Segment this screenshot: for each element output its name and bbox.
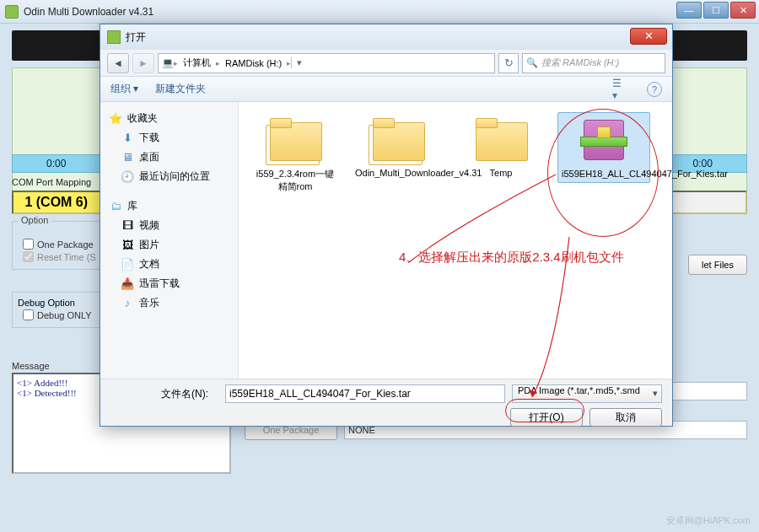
sidebar-downloads[interactable]: ⬇下载 bbox=[104, 128, 234, 148]
app-title: Odin Multi Downloader v4.31 bbox=[24, 6, 754, 18]
xunlei-icon: 📥 bbox=[121, 277, 134, 291]
folder-icon bbox=[368, 116, 428, 164]
organize-menu[interactable]: 组织 ▾ bbox=[110, 82, 138, 96]
archive-icon bbox=[573, 116, 634, 165]
minimize-button[interactable]: — bbox=[676, 2, 702, 19]
file-item-tar[interactable]: i559EH18_ALL_CL494047_For_Kies.tar bbox=[557, 112, 650, 183]
file-list[interactable]: i559_2.3.4rom一键精简rom Odin_Multi_Download… bbox=[239, 102, 672, 379]
dialog-bottom: 文件名(N): PDA Image (*.tar,*.md5,*.smd 打开(… bbox=[100, 379, 672, 426]
download-icon: ⬇ bbox=[121, 132, 134, 145]
sidebar-library[interactable]: 🗂库 bbox=[104, 196, 234, 216]
watermark: 安卓网@HiAPK.com bbox=[666, 514, 751, 527]
help-button[interactable]: ? bbox=[647, 82, 662, 97]
library-icon: 🗂 bbox=[109, 200, 122, 213]
folder-icon bbox=[265, 116, 326, 164]
com-port-1: 1 (COM 6) bbox=[12, 191, 101, 214]
document-icon: 📄 bbox=[121, 258, 134, 271]
file-open-dialog: 打开 ✕ ◄ ► 💻 ▸ 计算机 ▸ RAMDisk (H:) ▸ ▾ ↻ 🔍 … bbox=[100, 24, 673, 427]
annotation-text: 4、选择解压出来的原版2.3.4刷机包文件 bbox=[399, 250, 624, 266]
filename-input[interactable] bbox=[225, 384, 505, 403]
breadcrumb[interactable]: 💻 ▸ 计算机 ▸ RAMDisk (H:) ▸ ▾ bbox=[158, 53, 495, 73]
forward-button[interactable]: ► bbox=[132, 53, 154, 73]
sidebar-documents[interactable]: 📄文档 bbox=[104, 255, 234, 274]
sidebar-music[interactable]: ♪音乐 bbox=[104, 293, 234, 313]
sidebar-xunlei[interactable]: 📥迅雷下载 bbox=[104, 274, 234, 293]
new-folder-button[interactable]: 新建文件夹 bbox=[155, 82, 206, 96]
dialog-title: 打开 bbox=[126, 30, 146, 45]
sidebar-favorites[interactable]: ⭐收藏夹 bbox=[104, 109, 234, 128]
desktop-icon: 🖥 bbox=[121, 151, 134, 164]
dialog-close-button[interactable]: ✕ bbox=[630, 28, 667, 45]
close-button[interactable]: ✕ bbox=[730, 2, 756, 19]
folder-icon bbox=[471, 116, 531, 164]
picture-icon: 🖼 bbox=[121, 239, 134, 252]
dialog-icon bbox=[107, 30, 121, 44]
filename-label: 文件名(N): bbox=[110, 387, 218, 401]
main-titlebar: Odin Multi Downloader v4.31 — ☐ ✕ bbox=[0, 0, 759, 24]
sidebar-videos[interactable]: 🎞视频 bbox=[104, 216, 234, 235]
file-item-folder2[interactable]: Odin_Multi_Downloader_v4.31 bbox=[352, 112, 444, 181]
sidebar: ⭐收藏夹 ⬇下载 🖥桌面 🕘最近访问的位置 🗂库 🎞视频 🖼图片 📄文档 📥迅雷… bbox=[100, 102, 239, 379]
sidebar-pictures[interactable]: 🖼图片 bbox=[104, 235, 234, 255]
search-icon: 🔍 bbox=[526, 57, 538, 68]
dialog-toolbar: 组织 ▾ 新建文件夹 ☰ ▾ ? bbox=[100, 77, 672, 102]
com-port-label: COM Port Mapping bbox=[12, 177, 91, 187]
address-bar: ◄ ► 💻 ▸ 计算机 ▸ RAMDisk (H:) ▸ ▾ ↻ 🔍 搜索 RA… bbox=[100, 50, 672, 77]
star-icon: ⭐ bbox=[109, 112, 122, 126]
file-item-folder1[interactable]: i559_2.3.4rom一键精简rom bbox=[249, 112, 342, 196]
video-icon: 🎞 bbox=[121, 219, 134, 233]
sidebar-desktop[interactable]: 🖥桌面 bbox=[104, 148, 234, 167]
view-mode-button[interactable]: ☰ ▾ bbox=[611, 80, 630, 99]
music-icon: ♪ bbox=[121, 297, 134, 310]
app-icon bbox=[5, 5, 19, 19]
search-input[interactable]: 🔍 搜索 RAMDisk (H:) bbox=[522, 53, 665, 73]
cancel-button[interactable]: 取消 bbox=[589, 408, 662, 427]
dialog-titlebar: 打开 ✕ bbox=[100, 24, 672, 50]
back-button[interactable]: ◄ bbox=[107, 53, 129, 73]
select-files-button[interactable]: let Files bbox=[688, 255, 747, 275]
file-item-folder3[interactable]: Temp bbox=[455, 112, 547, 181]
refresh-button[interactable]: ↻ bbox=[498, 53, 519, 73]
computer-icon: 💻 bbox=[162, 57, 174, 68]
recent-icon: 🕘 bbox=[121, 170, 134, 184]
filetype-dropdown[interactable]: PDA Image (*.tar,*.md5,*.smd bbox=[512, 384, 662, 403]
open-button[interactable]: 打开(O) bbox=[510, 408, 583, 427]
maximize-button[interactable]: ☐ bbox=[703, 2, 729, 19]
sidebar-recent[interactable]: 🕘最近访问的位置 bbox=[104, 167, 234, 186]
